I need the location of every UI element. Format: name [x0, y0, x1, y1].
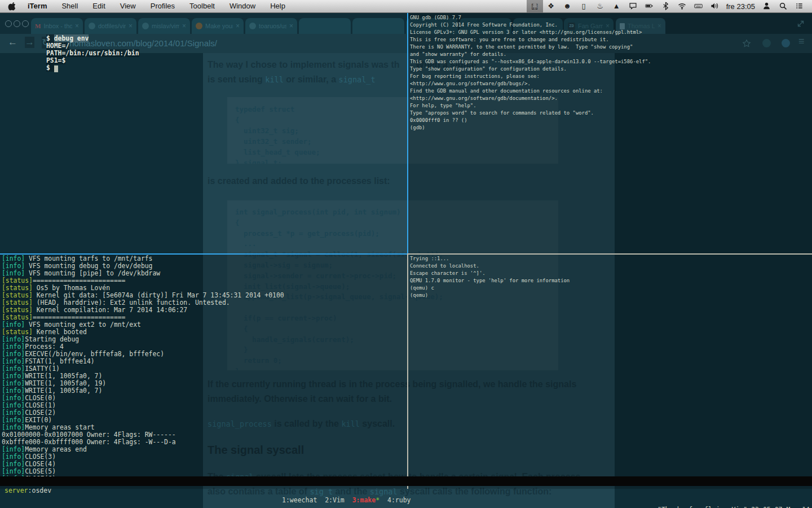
log-tag: [info] — [2, 467, 25, 475]
text-run: is sent using — [208, 75, 265, 84]
browser-tab[interactable] — [352, 18, 404, 34]
pane-gdb[interactable]: GNU gdb (GDB) 7.7Copyright (C) 2014 Free… — [410, 14, 651, 132]
tab-close-icon[interactable]: × — [129, 22, 133, 30]
terminal-line: (gdb) — [410, 124, 651, 132]
tmux-window-item[interactable]: 4:ruby — [387, 496, 411, 504]
log-tag: [status] — [2, 291, 33, 299]
menubar-item-help[interactable]: Help — [263, 0, 293, 12]
window-traffic-light[interactable] — [5, 20, 12, 27]
tmux-window-item[interactable] — [345, 496, 352, 504]
terminal-line: (qemu) c — [410, 284, 570, 292]
tab-close-icon[interactable]: × — [75, 22, 79, 30]
terminal-line: (qemu) — [410, 292, 570, 299]
music-app-icon[interactable]: ☻ — [559, 0, 576, 12]
log-text: VFS mounting tarfs to /mnt/tarfs — [25, 255, 152, 262]
terminal-line: License GPLv3+: GNU GPL version 3 or lat… — [410, 29, 651, 36]
menubar-item-window[interactable]: Window — [222, 0, 263, 12]
log-text: CLOSE(4) — [25, 460, 56, 468]
back-arrow-icon[interactable]: ← — [8, 37, 17, 48]
tmux-window-item[interactable] — [317, 496, 325, 504]
browser-tab[interactable]: mislav/vimfile× — [138, 18, 190, 34]
terminal-line: Copyright (C) 2014 Free Software Foundat… — [410, 21, 651, 29]
menubar-item-shell[interactable]: Shell — [54, 0, 85, 12]
caffeine-icon[interactable]: ♨ — [592, 0, 608, 12]
log-tag: [info] — [2, 365, 25, 373]
pane-shell[interactable]: $ debug envHOME=/PATH=/bin:/usr/sbin:/bi… — [46, 35, 139, 72]
inline-code-ghost: kill — [265, 75, 284, 84]
log-tag: [info] — [2, 416, 25, 424]
menu-bar: iTermShellEditViewProfilesToolbeltWindow… — [0, 0, 812, 13]
dropbox-icon[interactable]: ❖ — [543, 0, 559, 12]
tmux-window-item[interactable]: 2:Vim — [325, 496, 345, 504]
page-paragraph-ghost: is sent using kill or similar, a signal_… — [208, 75, 376, 85]
notification-center-icon[interactable] — [791, 0, 807, 12]
desktop: { "menubar": { "items": ["iTerm", "Shell… — [0, 0, 812, 508]
menubar-item-view[interactable]: View — [113, 0, 143, 12]
tab-close-icon[interactable]: × — [289, 22, 293, 30]
log-tag: [info] — [2, 401, 25, 409]
gh-tab-icon — [89, 23, 95, 29]
pane-divider-vertical[interactable] — [407, 253, 408, 489]
apple-menu-icon[interactable] — [8, 2, 17, 11]
forward-arrow-icon[interactable]: → — [25, 37, 34, 48]
log-text: CLOSE(0) — [25, 394, 56, 402]
pane-divider-horizontal[interactable] — [408, 253, 812, 255]
tab-title: toaruos/users — [259, 23, 286, 29]
log-tag: [info] — [2, 255, 25, 262]
tmux-session-segment: :osdev — [28, 487, 52, 494]
battery-icon[interactable] — [641, 0, 657, 12]
terminal-line: <http://www.gnu.org/software/gdb/bugs/>. — [410, 80, 651, 87]
log-text: CLOSE(2) — [25, 409, 56, 417]
log-tag: [info] — [2, 445, 25, 453]
text-run: debug env — [54, 34, 89, 42]
pane-qemu-monitor[interactable]: Trying ::1...Connected to localhost.Esca… — [410, 255, 570, 299]
menubar-item-iterm[interactable]: iTerm — [20, 0, 54, 12]
bell-icon[interactable] — [527, 0, 543, 12]
log-text: VFS mounting debug to /dev/debug — [25, 262, 152, 270]
browser-tab[interactable]: MInbox - thoma× — [31, 18, 83, 34]
log-text: VFS mounting ext2 to /mnt/ext — [25, 321, 141, 329]
log-tag: [status] — [2, 299, 33, 306]
spotlight-icon[interactable] — [775, 0, 791, 12]
tmux-session-name: server:osdev — [5, 486, 51, 496]
tab-close-icon[interactable]: × — [182, 22, 186, 30]
browser-tab[interactable] — [299, 18, 351, 34]
tmux-session-segment: server — [5, 487, 28, 494]
user-icon[interactable] — [758, 0, 775, 12]
text-run: The way I chose to implement signals was… — [208, 60, 400, 69]
terminal-line: QEMU 1.7.0 monitor - type 'help' for mor… — [410, 277, 570, 284]
log-text: (HEAD, harddrive): Ext2 unlink function.… — [33, 299, 230, 306]
tab-title: mislav/vimfile — [152, 23, 179, 29]
log-text: Starting debug — [25, 335, 79, 343]
browser-tab[interactable]: dotfiles/vim a× — [85, 18, 136, 34]
tmux-window-item[interactable]: 3:make — [352, 496, 376, 504]
log-text: Process: 4 — [25, 343, 64, 351]
pane-divider-vertical-active[interactable] — [407, 12, 408, 253]
log-tag: [info] — [2, 394, 25, 402]
log-text: FSTAT(1, bfffee14) — [25, 357, 94, 365]
tmux-window-item[interactable]: 1:weechat — [282, 496, 317, 504]
log-tag: [info] — [2, 453, 25, 461]
tab-close-icon[interactable]: × — [236, 22, 240, 30]
browser-tab[interactable]: toaruos/users× — [245, 18, 297, 34]
messages-icon[interactable] — [625, 0, 641, 12]
keyboard-icon[interactable] — [690, 0, 707, 12]
browser-tab[interactable]: Make your firs× — [192, 18, 244, 34]
tmux-status-right: "Thanks for flying Vim" 23:05 07-Mar-14 — [657, 505, 810, 508]
menubar-item-profiles[interactable]: Profiles — [143, 0, 182, 12]
google-drive-icon[interactable]: ▲ — [608, 0, 625, 12]
wifi-icon[interactable] — [674, 0, 690, 12]
log-tag: [info] — [2, 335, 25, 343]
window-traffic-light[interactable] — [14, 20, 20, 27]
display-icon[interactable]: ▯ — [576, 0, 592, 12]
menubar-item-toolbelt[interactable]: Toolbelt — [182, 0, 222, 12]
bluetooth-icon[interactable] — [657, 0, 674, 12]
tmux-window-item[interactable] — [379, 496, 387, 504]
pane-kernel-log[interactable]: [info] VFS mounting tarfs to /mnt/tarfs[… — [2, 255, 284, 483]
terminal-line: For bug reporting instructions, please s… — [410, 73, 651, 80]
volume-icon[interactable] — [707, 0, 723, 12]
menubar-clock[interactable]: fre 23:05 — [723, 2, 758, 11]
menubar-item-edit[interactable]: Edit — [85, 0, 112, 12]
log-text: ISATTY(1) — [25, 365, 60, 373]
window-traffic-light[interactable] — [22, 20, 29, 27]
